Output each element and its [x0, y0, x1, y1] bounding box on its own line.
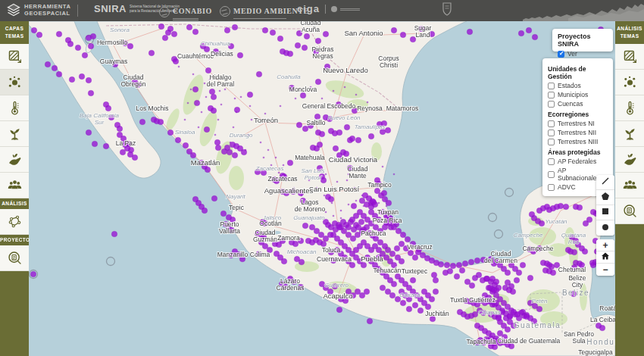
project-marker[interactable]: [565, 247, 571, 253]
project-marker[interactable]: [234, 107, 240, 113]
project-marker[interactable]: [405, 236, 411, 242]
project-marker[interactable]: [433, 289, 439, 295]
project-marker[interactable]: [139, 119, 145, 125]
project-marker[interactable]: [318, 232, 324, 238]
project-marker[interactable]: [111, 231, 117, 237]
project-marker[interactable]: [462, 261, 468, 267]
project-marker[interactable]: [262, 27, 268, 33]
project-marker[interactable]: [158, 23, 164, 30]
project-marker[interactable]: [359, 292, 365, 298]
project-marker[interactable]: [167, 130, 174, 136]
ver-checkbox[interactable]: [558, 51, 564, 58]
project-marker[interactable]: [190, 152, 196, 158]
project-marker[interactable]: [45, 61, 51, 67]
sidebar-item-doc-search[interactable]: [0, 245, 29, 271]
project-marker[interactable]: [380, 285, 386, 291]
checkbox-terrestres-nii[interactable]: [548, 130, 555, 136]
project-marker[interactable]: [408, 250, 414, 256]
project-marker[interactable]: [158, 119, 164, 125]
project-marker[interactable]: [491, 287, 497, 293]
project-marker[interactable]: [194, 100, 200, 106]
project-marker[interactable]: [536, 306, 542, 312]
project-marker[interactable]: [86, 130, 92, 136]
project-marker[interactable]: [467, 29, 473, 35]
draw-square-button[interactable]: [596, 205, 614, 220]
project-marker[interactable]: [300, 92, 306, 98]
project-marker[interactable]: [205, 67, 211, 73]
medio-ambiente-logo[interactable]: MEDIO AMBIENTE: [220, 3, 309, 19]
project-marker[interactable]: [526, 27, 532, 33]
project-marker[interactable]: [56, 31, 62, 37]
project-marker[interactable]: [469, 283, 475, 289]
unam-shield-logo[interactable]: [442, 2, 452, 16]
project-marker[interactable]: [204, 126, 210, 133]
project-marker[interactable]: [516, 270, 522, 276]
project-marker[interactable]: [192, 29, 199, 35]
checkbox-ap-subnacionales[interactable]: [548, 171, 555, 178]
project-marker[interactable]: [355, 137, 361, 143]
project-marker[interactable]: [474, 258, 480, 264]
project-marker[interactable]: [518, 30, 524, 36]
project-marker[interactable]: [351, 203, 357, 209]
project-marker[interactable]: [444, 262, 450, 268]
project-marker[interactable]: [204, 46, 210, 52]
project-marker[interactable]: [69, 77, 75, 83]
project-marker[interactable]: [459, 267, 465, 273]
project-marker[interactable]: [514, 277, 520, 283]
project-marker[interactable]: [344, 124, 350, 130]
sidebar-item-hand[interactable]: [0, 147, 29, 173]
project-marker[interactable]: [361, 262, 367, 268]
herramienta-geoespacial-logo[interactable]: HERRAMIENTA GEOESPACIAL: [6, 2, 70, 17]
project-marker[interactable]: [167, 26, 174, 32]
project-marker[interactable]: [399, 258, 405, 264]
checkbox-terrestres-ni[interactable]: [548, 120, 555, 127]
project-marker[interactable]: [493, 279, 499, 285]
project-marker[interactable]: [214, 139, 220, 145]
zoom-out-button[interactable]: −: [596, 264, 614, 276]
project-marker[interactable]: [400, 232, 406, 238]
project-marker[interactable]: [117, 126, 123, 132]
project-marker[interactable]: [372, 201, 378, 208]
project-marker[interactable]: [389, 251, 395, 257]
project-marker[interactable]: [389, 292, 395, 298]
project-marker[interactable]: [328, 196, 334, 202]
project-marker[interactable]: [377, 239, 383, 245]
project-marker[interactable]: [105, 105, 111, 111]
project-marker[interactable]: [524, 314, 530, 320]
project-marker[interactable]: [520, 262, 526, 268]
project-marker[interactable]: [30, 271, 36, 277]
project-marker[interactable]: [400, 300, 406, 306]
project-marker[interactable]: [336, 130, 342, 136]
project-marker[interactable]: [103, 143, 109, 149]
project-marker[interactable]: [345, 232, 352, 238]
project-marker[interactable]: [412, 302, 418, 308]
project-marker[interactable]: [31, 27, 37, 33]
project-marker[interactable]: [385, 289, 391, 295]
project-marker[interactable]: [367, 318, 373, 324]
project-marker[interactable]: [385, 127, 391, 133]
project-marker[interactable]: [75, 45, 81, 51]
project-marker[interactable]: [425, 304, 431, 310]
project-marker[interactable]: [332, 220, 338, 226]
project-marker[interactable]: [132, 155, 138, 161]
project-marker[interactable]: [88, 90, 94, 96]
project-marker[interactable]: [550, 270, 556, 276]
project-marker[interactable]: [56, 71, 62, 77]
project-marker[interactable]: [333, 145, 339, 151]
project-marker[interactable]: [359, 198, 365, 204]
project-marker[interactable]: [302, 126, 308, 132]
project-marker[interactable]: [385, 247, 391, 253]
project-marker[interactable]: [327, 232, 333, 238]
draw-pentagon-button[interactable]: [596, 190, 614, 205]
project-marker[interactable]: [232, 24, 238, 30]
project-marker[interactable]: [277, 36, 283, 42]
project-marker[interactable]: [391, 224, 397, 230]
project-marker[interactable]: [464, 279, 470, 285]
project-marker[interactable]: [563, 204, 569, 210]
project-marker[interactable]: [447, 268, 453, 274]
project-marker[interactable]: [358, 219, 364, 225]
project-marker[interactable]: [315, 38, 321, 44]
project-marker[interactable]: [296, 122, 302, 128]
checkbox-cuencas[interactable]: [548, 101, 555, 108]
project-marker[interactable]: [336, 224, 342, 230]
